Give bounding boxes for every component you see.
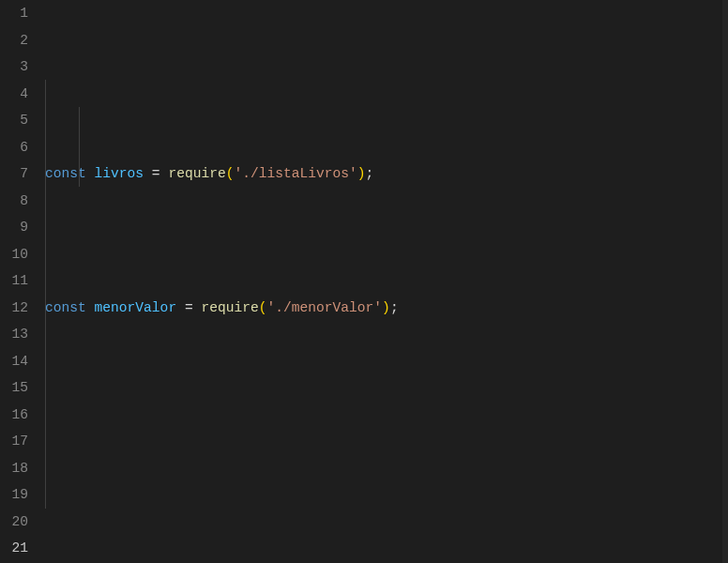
keyword: const <box>45 166 86 181</box>
overview-ruler[interactable] <box>722 0 728 563</box>
bracket: ) <box>357 166 366 181</box>
line-number: 19 <box>0 481 28 509</box>
line-number: 1 <box>0 0 28 27</box>
line-number: 9 <box>0 214 28 241</box>
line-number: 3 <box>0 53 28 81</box>
variable: menorValor <box>95 300 177 315</box>
space <box>86 166 95 181</box>
code-editor[interactable]: 1 2 3 4 5 6 7 8 9 10 11 12 13 14 15 16 1… <box>0 0 728 563</box>
bracket: ( <box>259 300 267 315</box>
function: require <box>168 166 225 181</box>
line-number: 14 <box>0 348 28 375</box>
variable: livros <box>95 166 144 181</box>
keyword: const <box>45 300 86 315</box>
line-number: 7 <box>0 160 28 188</box>
line-number: 15 <box>0 374 28 402</box>
code-line[interactable]: const menorValor = require('./menorValor… <box>45 295 728 322</box>
line-number: 21 <box>0 535 28 562</box>
line-number: 4 <box>0 81 28 108</box>
code-line[interactable] <box>45 428 728 455</box>
line-number: 13 <box>0 321 28 348</box>
line-number: 12 <box>0 295 28 322</box>
code-area[interactable]: const livros = require('./listaLivros');… <box>45 0 728 563</box>
line-number: 10 <box>0 241 28 268</box>
line-number: 6 <box>0 134 28 161</box>
semicolon: ; <box>366 166 374 181</box>
line-number-gutter: 1 2 3 4 5 6 7 8 9 10 11 12 13 14 15 16 1… <box>0 0 45 563</box>
operator: = <box>144 166 168 181</box>
line-number: 5 <box>0 107 28 134</box>
line-number: 16 <box>0 402 28 429</box>
code-line[interactable]: const livros = require('./listaLivros'); <box>45 160 728 188</box>
line-number: 18 <box>0 455 28 482</box>
string: './menorValor' <box>267 300 383 315</box>
bracket: ) <box>382 300 390 315</box>
line-number: 2 <box>0 27 28 54</box>
string: './listaLivros' <box>234 166 356 181</box>
line-number: 8 <box>0 188 28 215</box>
line-number: 17 <box>0 428 28 455</box>
function: require <box>201 300 258 315</box>
line-number: 20 <box>0 509 28 536</box>
line-number: 11 <box>0 267 28 295</box>
